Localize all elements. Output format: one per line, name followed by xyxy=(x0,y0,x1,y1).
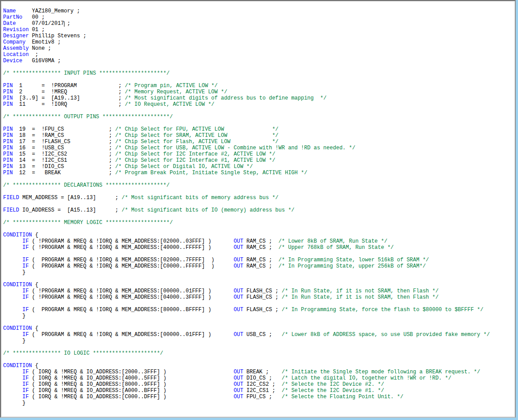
code-text: YAZ180_Memory ; xyxy=(16,8,80,14)
code-comment: /* Selecte the Floating Point Unit. */ xyxy=(282,394,404,400)
code-comment: /* Upper 768kB of SRAM, Run State */ xyxy=(278,244,394,251)
code-keyword: IF xyxy=(22,369,28,375)
code-comment: /* In Programming State, force the flash… xyxy=(282,307,484,313)
code-text: 00 ; xyxy=(22,14,44,20)
code-line xyxy=(3,213,515,220)
code-keyword: PIN xyxy=(3,95,13,101)
code-keyword: PIN xyxy=(3,101,13,108)
code-comment: /* *************** DECLARATIONS ********… xyxy=(3,182,169,188)
code-keyword: PIN xyxy=(3,145,13,151)
code-text xyxy=(3,244,22,251)
code-comment: /* Most significant bits of memory addre… xyxy=(121,195,278,201)
code-line: PartNo 00 ; xyxy=(3,14,515,20)
code-text: ( IORQ & !MREQ & IO_ADDRESS:[4000..5FFF]… xyxy=(29,375,234,381)
code-comment: /* Chip Select for Flash, ACTIVE LOW */ xyxy=(115,139,278,145)
code-keyword: PIN xyxy=(3,170,13,176)
code-line: PIN 19 = !FPU_CS ; /* Chip Select for FP… xyxy=(3,126,515,132)
code-text xyxy=(3,307,22,313)
code-keyword: PIN xyxy=(3,126,13,132)
code-text: IO_ADDRESS = [A15..13] ; xyxy=(19,207,121,213)
code-comment: /* Lower 8kB of SRAM, Run State */ xyxy=(278,238,387,244)
code-text: { xyxy=(32,282,38,288)
code-keyword: FIELD xyxy=(3,207,19,213)
code-keyword: IF xyxy=(22,238,28,244)
code-comment: /* *************** INPUT PINS **********… xyxy=(3,70,169,76)
code-text xyxy=(3,257,22,263)
code-keyword: IF xyxy=(22,381,28,388)
code-line: PIN 17 = !FLASH_CS ; /* Chip Select for … xyxy=(3,139,515,145)
code-text: FLASH_CS ; xyxy=(243,294,281,300)
code-line: PIN 13 = !DIO_CS ; /* Chip Select or Dig… xyxy=(3,164,515,170)
code-line: PIN 14 = !I2C_CS1 ; /* Chip Select for I… xyxy=(3,157,515,164)
code-text: { xyxy=(32,325,38,332)
code-line: IF ( PROGRAM & MREQ & !IORQ & MEM_ADDRES… xyxy=(3,307,515,313)
code-comment: /* Chip Select for I2C Interface #2, ACT… xyxy=(115,151,275,157)
code-keyword: OUT xyxy=(234,394,244,400)
code-keyword: Name xyxy=(3,8,16,14)
code-line: /* *************** MEMORY LOGIC ********… xyxy=(3,220,515,226)
code-keyword: IF xyxy=(22,375,28,381)
code-keyword: FIELD xyxy=(3,195,19,201)
code-comment: /* Lower 8kB of ADDRESS space, so use US… xyxy=(282,332,490,338)
code-text: FPU_CS ; xyxy=(243,394,281,400)
code-comment: /* *************** IO LOGIC ************… xyxy=(3,350,163,356)
code-keyword: CONDITION xyxy=(3,282,32,288)
code-keyword: IF xyxy=(22,263,28,269)
code-text: ( IORQ & !MREQ & IO_ADDRESS:[C000..DFFF]… xyxy=(29,394,234,400)
code-text: RAM_CS ; xyxy=(243,244,278,251)
code-text xyxy=(3,394,22,400)
code-line xyxy=(3,201,515,207)
code-line: PIN 15 = !I2C_CS2 ; /* Chip Select for I… xyxy=(3,151,515,157)
code-line: CONDITION { xyxy=(3,363,515,369)
code-comment: /* Initiate the Single Step mode followi… xyxy=(282,369,480,375)
code-line: PIN [3..9] = [A19..13] ; /* Most signifi… xyxy=(3,95,515,101)
code-line xyxy=(3,276,515,282)
code-line xyxy=(3,226,515,232)
code-keyword: PIN xyxy=(3,139,13,145)
code-line: Assembly None ; xyxy=(3,45,515,52)
code-line: PIN 12 = BREAK ; /* Program Break Point,… xyxy=(3,170,515,176)
code-keyword: PIN xyxy=(3,83,13,89)
code-line: IF ( !PROGRAM & MREQ & !IORQ & MEM_ADDRE… xyxy=(3,288,515,294)
code-comment: /* Selecte the I2C Device #2. */ xyxy=(282,381,384,388)
code-keyword: Device xyxy=(3,58,22,64)
code-line xyxy=(3,176,515,182)
code-text xyxy=(3,288,22,294)
code-text: { xyxy=(32,232,38,238)
code-text: } xyxy=(3,338,25,344)
code-keyword: OUT xyxy=(234,257,244,263)
code-text: 12 = BREAK ; xyxy=(13,170,115,176)
code-line: IF ( PROGRAM & MREQ & !IORQ & MEM_ADDRES… xyxy=(3,332,515,338)
code-line: /* *************** INPUT PINS **********… xyxy=(3,70,515,76)
code-line: PIN 16 = !USB_CS ; /* Chip Select for US… xyxy=(3,145,515,151)
code-comment: /* Program pin, ACTIVE LOW */ xyxy=(125,83,218,89)
code-comment: /* Program Break Point, Initiate Single … xyxy=(115,170,307,176)
code-text xyxy=(3,332,22,338)
code-comment: /* In Run State, if it is not SRAM, then… xyxy=(282,288,439,294)
code-text xyxy=(3,375,22,381)
code-line: FIELD IO_ADDRESS = [A15..13] ; /* Most s… xyxy=(3,207,515,213)
code-text: 15 = !I2C_CS2 ; xyxy=(13,151,115,157)
code-keyword: IF xyxy=(22,294,28,300)
code-text: USB_CS ; xyxy=(243,332,281,338)
code-text: { xyxy=(32,363,38,369)
code-keyword: CONDITION xyxy=(3,232,32,238)
code-line: } xyxy=(3,338,515,344)
code-keyword: IF xyxy=(22,332,28,338)
code-text: 16 = !USB_CS ; xyxy=(13,145,115,151)
code-line xyxy=(3,76,515,83)
code-line: IF ( !PROGRAM & MREQ & !IORQ & MEM_ADDRE… xyxy=(3,294,515,300)
code-text: ( PROGRAM & MREQ & !IORQ & MEM_ADDRESS:[… xyxy=(29,257,234,263)
code-text: RAM_CS ; xyxy=(243,257,278,263)
code-text xyxy=(3,263,22,269)
code-line: Device G16V8MA ; xyxy=(3,58,515,64)
code-line: Company Emotiv8 ; xyxy=(3,39,515,45)
code-comment: /* Most significant bits of IO (memory) … xyxy=(121,207,294,213)
code-text: ( !PROGRAM & MREQ & !IORQ & MEM_ADDRESS:… xyxy=(29,288,234,294)
code-line xyxy=(3,344,515,350)
code-area[interactable]: Name YAZ180_Memory ;PartNo 00 ;Date 07/0… xyxy=(1,6,515,412)
code-keyword: CONDITION xyxy=(3,325,32,332)
code-text: 11 = !IORQ ; xyxy=(13,101,125,108)
code-text: 19 = !FPU_CS ; xyxy=(13,126,115,132)
code-text: 18 = !RAM_CS ; xyxy=(13,132,115,139)
